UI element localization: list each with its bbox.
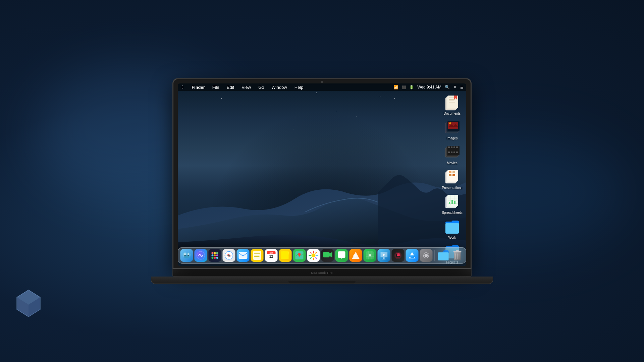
svg-rect-10 [449,102,455,103]
svg-line-89 [310,252,311,253]
svg-rect-93 [323,252,330,257]
svg-rect-26 [453,152,455,153]
macbook-chin: MacBook Pro [172,269,472,277]
svg-rect-21 [451,146,452,148]
dock-folder[interactable] [437,249,450,262]
svg-point-57 [212,254,214,256]
svg-rect-9 [449,101,454,101]
desktop-icon-work[interactable]: Work [441,218,464,241]
desktop-icon-spreadsheets[interactable]: Spreadsheets [441,193,464,216]
svg-rect-72 [254,255,259,255]
spreadsheets-label: Spreadsheets [442,211,463,215]
siri-menubar-icon[interactable]: 🎙 [453,85,457,89]
svg-rect-81 [281,251,289,259]
svg-rect-23 [456,146,458,148]
menu-bar-right: 📶 ⬛ 🔋 Wed 9:41 AM 🔍 🎙 ☰ [393,85,464,89]
dock-safari[interactable] [223,249,235,262]
battery-icon: 🔋 [409,85,414,89]
dock-sketchbook[interactable] [350,249,362,262]
svg-point-49 [184,253,186,255]
svg-point-56 [216,252,218,254]
spotlight-icon[interactable]: 🔍 [445,85,450,89]
dock-numbers[interactable] [364,249,376,262]
macos-screen:  Finder File Edit View Go Window Help 📶… [178,83,466,266]
macbook-model-label: MacBook Pro [311,271,333,275]
svg-rect-33 [449,174,451,176]
svg-text:SAT: SAT [270,252,273,254]
svg-rect-45 [454,201,455,204]
dock-messages[interactable] [335,249,348,262]
svg-point-16 [449,122,451,124]
notification-center-icon[interactable]: ☰ [460,85,464,89]
svg-rect-106 [382,259,386,259]
images-label: Images [447,136,458,140]
svg-point-52 [188,255,189,256]
svg-rect-102 [369,254,371,256]
dock-system-prefs[interactable] [420,249,433,262]
presentations-label: Presentations [442,186,462,190]
svg-point-54 [212,252,214,254]
svg-rect-34 [452,174,455,176]
svg-rect-8 [449,99,455,100]
dock-facetime[interactable] [321,249,334,262]
dock-appstore[interactable] [406,249,419,262]
window-menu[interactable]: Window [270,84,288,90]
dock-keynote[interactable] [378,249,390,262]
svg-rect-71 [254,253,260,254]
wifi-icon: 📶 [393,85,398,89]
finder-menu[interactable]: Finder [190,84,206,90]
svg-point-50 [187,253,189,255]
desktop-icon-images[interactable]: Images [441,118,464,142]
file-menu[interactable]: File [211,84,221,90]
menu-bar:  Finder File Edit View Go Window Help 📶… [178,83,466,91]
help-menu[interactable]: Help [293,84,305,90]
svg-line-90 [316,258,317,259]
svg-rect-31 [449,171,451,173]
dock-trash[interactable] [451,249,464,262]
dock: SAT 12 [178,247,466,264]
dock-notes[interactable] [251,249,264,262]
documents-label: Documents [444,112,461,116]
svg-rect-44 [451,200,453,204]
svg-point-59 [216,254,218,256]
dock-launchpad[interactable] [209,249,221,262]
view-menu[interactable]: View [240,84,252,90]
svg-point-61 [214,257,216,259]
dock-container: SAT 12 [178,247,466,264]
dock-siri[interactable] [195,249,207,262]
dock-music[interactable] [392,249,405,262]
screen-icon: ⬛ [402,85,406,89]
svg-point-62 [216,257,218,259]
dock-photos[interactable] [307,249,320,262]
macbook-base [151,277,493,284]
apple-menu[interactable]:  [180,84,185,90]
go-menu[interactable]: Go [257,84,265,90]
macbook-wrapper:  Finder File Edit View Go Window Help 📶… [151,78,493,284]
svg-rect-69 [239,252,248,259]
svg-rect-43 [449,202,450,204]
desktop-icons: Documents [441,94,464,266]
desktop-icon-movies[interactable]: Movies [441,143,464,167]
work-label: Work [448,236,456,240]
svg-rect-73 [254,256,260,257]
dock-maps[interactable] [293,249,306,262]
svg-point-112 [425,254,428,257]
desktop-icon-presentations[interactable]: Presentations [441,168,464,191]
svg-point-84 [312,253,316,257]
svg-line-91 [316,252,317,253]
desktop-icon-documents[interactable]: Documents [441,94,464,117]
svg-rect-24 [448,152,450,153]
dock-calendar[interactable]: SAT 12 [265,249,278,262]
svg-rect-70 [253,251,261,260]
cube-logo [13,288,44,318]
dock-stickies[interactable] [279,249,292,262]
macbook-screen-bezel:  Finder File Edit View Go Window Help 📶… [172,78,472,269]
edit-menu[interactable]: Edit [225,84,235,90]
menu-bar-left:  Finder File Edit View Go Window Help [180,84,305,90]
svg-rect-117 [456,250,459,251]
dock-mail[interactable] [237,249,250,262]
svg-marker-94 [330,252,332,257]
dock-finder[interactable] [180,249,193,262]
svg-rect-20 [448,146,450,148]
dock-separator [435,250,435,261]
